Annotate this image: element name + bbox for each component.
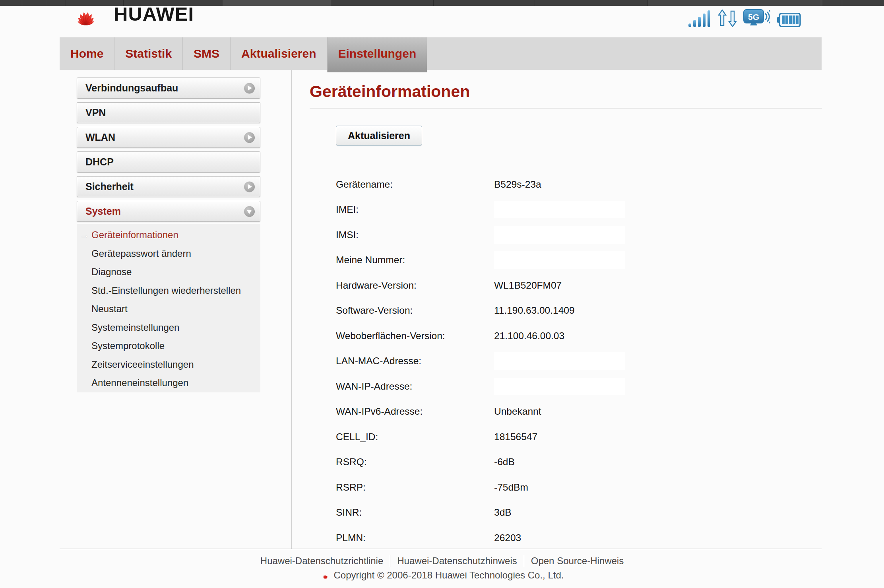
nav-tab[interactable]: Home (60, 37, 114, 70)
info-label: Weboberflächen-Version: (336, 330, 494, 342)
info-label: CELL_ID: (336, 431, 494, 442)
submenu-item[interactable]: Std.-Einstellungen wiederherstellen (77, 281, 260, 300)
sidebar-section-label: VPN (85, 107, 106, 118)
info-value: Unbekannt (494, 406, 541, 417)
sidebar-section-label: WLAN (85, 132, 115, 143)
info-value: 18156547 (494, 431, 537, 442)
footer-rule (60, 549, 822, 549)
submenu-item-label: Geräteinformationen (91, 229, 178, 240)
info-value: 11.190.63.00.1409 (494, 305, 575, 316)
submenu-item-label: Gerätepasswort ändern (91, 248, 191, 259)
content-divider (291, 70, 292, 549)
submenu-item[interactable]: Gerätepasswort ändern (77, 245, 260, 263)
sidebar-section-label: Sicherheit (85, 181, 134, 192)
footer-link[interactable]: Huawei-Datenschutzrichtlinie (254, 555, 390, 567)
sidebar-section-button[interactable]: WLAN (77, 127, 260, 148)
info-label: IMEI: (336, 204, 494, 215)
page-title: Geräteinformationen (310, 82, 470, 101)
info-row: Gerätename: B529s-23a (336, 172, 825, 197)
main-nav: Home Statistik SMS Aktualisieren Einstel… (60, 37, 822, 70)
submenu-item-label: Zeitserviceeinstellungen (91, 359, 194, 370)
info-row: Hardware-Version: WL1B520FM07 (336, 273, 825, 298)
settings-sidebar: Verbindungsaufbau VPN WLAN DH (77, 78, 260, 225)
info-label: Hardware-Version: (336, 280, 494, 291)
info-label: PLMN: (336, 532, 494, 543)
chevron-right-icon (244, 181, 255, 192)
info-row: SINR: 3dB (336, 500, 825, 526)
nav-tab-label: Statistik (125, 47, 172, 60)
info-row: RSRQ: -6dB (336, 450, 825, 475)
copyright-text: Copyright © 2006-2018 Huawei Technologie… (334, 570, 564, 581)
refresh-button[interactable]: Aktualisieren (336, 126, 422, 146)
submenu-item[interactable]: Systemprotokolle (77, 337, 260, 355)
info-label: LAN-MAC-Adresse: (336, 355, 494, 367)
info-row: LAN-MAC-Adresse: (336, 349, 825, 374)
upload-download-icon (718, 10, 737, 27)
submenu-item[interactable]: Systemeinstellungen (77, 318, 260, 337)
submenu-item[interactable]: Diagnose (77, 263, 260, 281)
info-row: WAN-IP-Adresse: (336, 374, 825, 399)
nav-tab[interactable]: Einstellungen (327, 37, 427, 72)
footer-link[interactable]: Open Source-Hinweis (524, 555, 630, 567)
chevron-down-icon (244, 206, 255, 217)
system-submenu: Geräteinformationen Gerätepasswort änder… (77, 224, 260, 392)
info-label: WAN-IP-Adresse: (336, 381, 494, 392)
footer-link-label: Huawei-Datenschutzrichtlinie (260, 555, 383, 566)
sidebar-section-label: DHCP (85, 156, 114, 167)
info-value (494, 251, 625, 269)
sidebar-section-label: System (85, 206, 121, 217)
info-value: 3dB (494, 507, 512, 518)
5g-label: 5G (748, 12, 759, 21)
submenu-item-label: Std.-Einstellungen wiederherstellen (91, 285, 241, 296)
5g-network-icon: 5G (743, 9, 770, 27)
huawei-flower-icon (64, 2, 108, 25)
footer-links: Huawei-Datenschutzrichtlinie Huawei-Date… (0, 555, 884, 567)
footer-link-label: Open Source-Hinweis (531, 555, 624, 566)
device-info-list: Gerätename: B529s-23a IMEI: IMSI: Meine … (336, 172, 825, 551)
nav-tab[interactable]: SMS (182, 37, 230, 70)
submenu-item-label: Antenneneinstellungen (91, 377, 188, 388)
info-value: -6dB (494, 456, 515, 468)
chevron-right-icon (244, 132, 255, 143)
info-label: IMSI: (336, 229, 494, 241)
info-label: RSRP: (336, 482, 494, 493)
nav-tab[interactable]: Aktualisieren (230, 37, 327, 70)
info-label: Software-Version: (336, 305, 494, 316)
submenu-item-label: Diagnose (91, 266, 132, 277)
info-row: WAN-IPv6-Adresse: Unbekannt (336, 399, 825, 425)
info-value: 21.100.46.00.03 (494, 330, 564, 342)
info-label: RSRQ: (336, 456, 494, 468)
page: HUAWEI 5G (0, 0, 884, 588)
submenu-item[interactable]: Neustart (77, 300, 260, 318)
info-label: Meine Nummer: (336, 254, 494, 266)
submenu-item[interactable]: Zeitserviceeinstellungen (77, 355, 260, 374)
nav-tab-label: Home (70, 47, 103, 60)
submenu-item-label: Systemeinstellungen (91, 322, 179, 333)
title-rule (310, 108, 822, 109)
nav-tab-label: Einstellungen (338, 47, 417, 60)
footer-link[interactable]: Huawei-Datenschutzhinweis (390, 555, 523, 567)
info-value: WL1B520FM07 (494, 280, 562, 291)
info-label: Gerätename: (336, 179, 494, 190)
sidebar-section-button[interactable]: Verbindungsaufbau (77, 78, 260, 99)
sidebar-section-button[interactable]: System (77, 201, 260, 222)
chevron-right-icon (244, 83, 255, 93)
info-row: IMSI: (336, 222, 825, 248)
submenu-item[interactable]: Antenneneinstellungen (77, 374, 260, 392)
sidebar-section-button[interactable]: VPN (77, 102, 260, 123)
info-row: CELL_ID: 18156547 (336, 424, 825, 450)
info-row: Weboberflächen-Version: 21.100.46.00.03 (336, 323, 825, 349)
nav-tab-label: SMS (194, 47, 219, 60)
huawei-flower-icon-small (320, 571, 330, 579)
signal-strength-icon (688, 10, 711, 27)
nav-tab-label: Aktualisieren (241, 47, 316, 60)
nav-tab[interactable]: Statistik (114, 37, 182, 70)
info-value (494, 201, 625, 218)
sidebar-section-button[interactable]: Sicherheit (77, 176, 260, 197)
submenu-item[interactable]: Geräteinformationen (77, 226, 260, 245)
info-row: IMEI: (336, 197, 825, 223)
submenu-item-label: Systemprotokolle (91, 340, 165, 351)
info-value (494, 226, 625, 244)
info-row: Software-Version: 11.190.63.00.1409 (336, 298, 825, 324)
sidebar-section-button[interactable]: DHCP (77, 151, 260, 173)
